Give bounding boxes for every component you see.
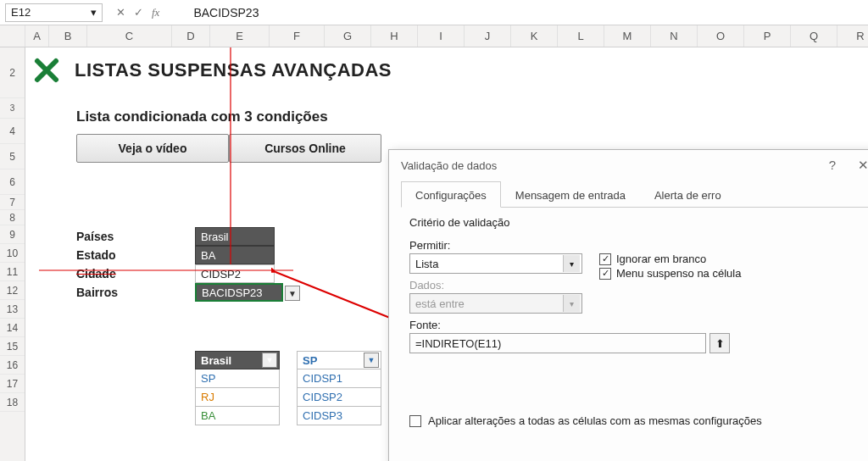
col-B[interactable]: B <box>49 25 87 47</box>
mini-table-sp-r2[interactable]: CIDSP2 <box>297 388 381 407</box>
tab-error-alert[interactable]: Alerta de erro <box>640 181 736 208</box>
allow-combo[interactable]: Lista ▾ <box>409 253 582 274</box>
ignore-blank-checkbox[interactable]: ✓ Ignorar em branco <box>599 253 741 265</box>
ignore-blank-label: Ignorar em branco <box>616 253 706 265</box>
cell-bairros-selected[interactable]: BACIDSP23 ▼ <box>195 283 283 302</box>
formula-bar-icons: ✕ ✓ fx <box>108 6 168 19</box>
tab-input-message[interactable]: Mensagem de entrada <box>501 181 640 208</box>
col-N[interactable]: N <box>651 25 698 47</box>
mini-table-sp-r1[interactable]: CIDSP1 <box>297 369 381 388</box>
col-L[interactable]: L <box>558 25 604 47</box>
row-8[interactable]: 8 <box>0 210 25 225</box>
in-cell-dropdown-checkbox[interactable]: ✓ Menu suspenso na célula <box>599 267 741 280</box>
row-headers: 2 3 4 5 6 7 8 9 10 11 12 13 14 15 16 17 … <box>0 47 25 461</box>
select-all-corner[interactable] <box>0 25 25 47</box>
col-E[interactable]: E <box>210 25 270 47</box>
page-subtitle: Lista condicionada com 3 condições <box>76 108 868 125</box>
row-15[interactable]: 15 <box>0 337 25 356</box>
row-5[interactable]: 5 <box>0 144 25 169</box>
mini-table-brasil-r2[interactable]: RJ <box>195 388 280 407</box>
dialog-title: Validação de dados <box>401 159 497 172</box>
times-icon[interactable]: ✕ <box>116 6 125 19</box>
allow-combo-value: Lista <box>415 258 438 270</box>
cell-bairros-value: BACIDSP23 <box>202 286 263 299</box>
name-box-value: E12 <box>11 6 31 19</box>
chevron-down-icon: ▾ <box>563 295 580 312</box>
close-icon[interactable]: ✕ <box>858 158 868 173</box>
mini-table-sp: SP ▼ CIDSP1 CIDSP2 CIDSP3 <box>297 351 381 425</box>
label-paises: Países <box>76 227 118 246</box>
filter-button-icon[interactable]: ▼ <box>262 353 277 368</box>
check-icon[interactable]: ✓ <box>134 6 143 19</box>
range-picker-icon: ⬆ <box>715 337 725 350</box>
row-4[interactable]: 4 <box>0 119 25 144</box>
checkbox-unchecked-icon <box>409 415 421 427</box>
col-I[interactable]: I <box>418 25 465 47</box>
cell-cidade[interactable]: CIDSP2 <box>195 264 275 283</box>
dialog-titlebar[interactable]: Validação de dados ? ✕ <box>389 150 868 181</box>
mini-table-sp-r3[interactable]: CIDSP3 <box>297 407 381 425</box>
in-cell-dropdown-label: Menu suspenso na célula <box>616 267 741 280</box>
row-13[interactable]: 13 <box>0 300 25 319</box>
arrow-to-cell-icon <box>271 268 407 336</box>
fx-icon[interactable]: fx <box>152 6 159 19</box>
source-input[interactable]: =INDIRETO(E11) <box>409 333 706 353</box>
row-2[interactable]: 2 <box>0 47 25 98</box>
chevron-down-icon: ▾ <box>563 255 580 272</box>
data-validation-dialog: Validação de dados ? ✕ Configurações Men… <box>388 149 868 461</box>
row-14[interactable]: 14 <box>0 319 25 337</box>
mini-table-brasil-r1[interactable]: SP <box>195 369 280 388</box>
formula-bar-value[interactable]: BACIDSP23 <box>168 6 259 19</box>
guide-row11-line <box>39 269 293 272</box>
col-J[interactable]: J <box>465 25 511 47</box>
range-picker-button[interactable]: ⬆ <box>709 333 730 353</box>
col-A[interactable]: A <box>25 25 49 47</box>
validation-group-title: Critério de validação <box>409 216 860 229</box>
field-labels: Países Estado Cidade Bairros <box>76 227 118 302</box>
mini-table-brasil-header-label: Brasil <box>201 354 231 367</box>
row-17[interactable]: 17 <box>0 375 25 393</box>
row-11[interactable]: 11 <box>0 263 25 281</box>
apply-all-checkbox[interactable]: Aplicar alterações a todas as células co… <box>409 414 860 427</box>
col-Q[interactable]: Q <box>791 25 837 47</box>
col-P[interactable]: P <box>744 25 791 47</box>
row-10[interactable]: 10 <box>0 244 25 263</box>
col-O[interactable]: O <box>698 25 744 47</box>
allow-label: Permitir: <box>409 239 582 252</box>
col-D[interactable]: D <box>172 25 210 47</box>
online-courses-button[interactable]: Cursos Online <box>229 134 381 163</box>
data-combo-disabled: está entre ▾ <box>409 293 582 314</box>
source-input-value: =INDIRETO(E11) <box>415 337 501 350</box>
row-18[interactable]: 18 <box>0 393 25 412</box>
help-icon[interactable]: ? <box>829 158 836 173</box>
name-box[interactable]: E12 ▾ <box>5 3 103 22</box>
tab-settings[interactable]: Configurações <box>401 181 501 208</box>
col-R[interactable]: R <box>837 25 868 47</box>
col-F[interactable]: F <box>270 25 325 47</box>
col-C[interactable]: C <box>87 25 172 47</box>
mini-table-brasil-r3[interactable]: BA <box>195 407 280 425</box>
mini-table-brasil: Brasil ▼ SP RJ BA <box>195 351 280 425</box>
dialog-tabs: Configurações Mensagem de entrada Alerta… <box>401 181 868 208</box>
label-bairros: Bairros <box>76 283 118 302</box>
row-16[interactable]: 16 <box>0 356 25 375</box>
mini-table-brasil-header[interactable]: Brasil ▼ <box>195 351 280 369</box>
watch-video-button[interactable]: Veja o vídeo <box>76 134 229 163</box>
filter-button-icon[interactable]: ▼ <box>364 353 379 368</box>
formula-bar: E12 ▾ ✕ ✓ fx BACIDSP23 <box>0 0 868 25</box>
row-7[interactable]: 7 <box>0 195 25 210</box>
col-H[interactable]: H <box>371 25 418 47</box>
cell-estado[interactable]: BA <box>195 246 275 264</box>
dialog-body: Critério de validação Permitir: Lista ▾ … <box>389 208 868 427</box>
worksheet[interactable]: LISTAS SUSPENSAS AVANÇADAS Lista condici… <box>25 47 868 461</box>
col-M[interactable]: M <box>604 25 651 47</box>
mini-table-sp-header[interactable]: SP ▼ <box>297 351 381 369</box>
row-6[interactable]: 6 <box>0 169 25 195</box>
label-estado: Estado <box>76 246 118 264</box>
col-K[interactable]: K <box>511 25 558 47</box>
row-12[interactable]: 12 <box>0 281 25 300</box>
cell-paises[interactable]: Brasil <box>195 227 275 246</box>
row-3[interactable]: 3 <box>0 98 25 119</box>
col-G[interactable]: G <box>325 25 371 47</box>
row-9[interactable]: 9 <box>0 225 25 244</box>
